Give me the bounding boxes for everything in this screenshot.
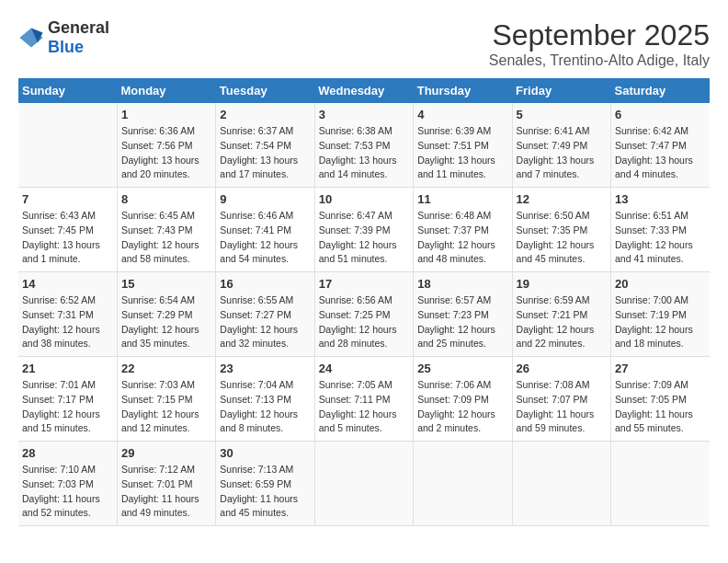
main-title: September 2025 [489, 18, 710, 52]
cell-info: Sunrise: 6:45 AMSunset: 7:43 PMDaylight:… [121, 209, 211, 267]
week-row-4: 21Sunrise: 7:01 AMSunset: 7:17 PMDayligh… [18, 357, 710, 442]
cell-5-1: 28Sunrise: 7:10 AMSunset: 7:03 PMDayligh… [18, 442, 117, 526]
cell-4-3: 23Sunrise: 7:04 AMSunset: 7:13 PMDayligh… [216, 357, 314, 442]
cell-4-1: 21Sunrise: 7:01 AMSunset: 7:17 PMDayligh… [18, 357, 117, 442]
day-number: 11 [417, 192, 507, 206]
cell-5-7 [611, 442, 710, 526]
day-number: 17 [319, 277, 409, 291]
day-number: 7 [22, 192, 113, 206]
day-number: 5 [517, 108, 607, 121]
cell-info: Sunrise: 7:06 AMSunset: 7:09 PMDaylight:… [417, 378, 507, 436]
cell-1-7: 6Sunrise: 6:42 AMSunset: 7:47 PMDaylight… [611, 103, 710, 188]
cell-info: Sunrise: 7:08 AMSunset: 7:07 PMDaylight:… [517, 378, 607, 436]
cell-2-2: 8Sunrise: 6:45 AMSunset: 7:43 PMDaylight… [117, 188, 215, 272]
cell-info: Sunrise: 6:56 AMSunset: 7:25 PMDaylight:… [319, 293, 409, 351]
cell-3-6: 19Sunrise: 6:59 AMSunset: 7:21 PMDayligh… [512, 272, 610, 357]
cell-1-6: 5Sunrise: 6:41 AMSunset: 7:49 PMDaylight… [512, 103, 610, 188]
day-number: 8 [121, 192, 211, 206]
cell-5-4 [314, 442, 413, 526]
cell-2-7: 13Sunrise: 6:51 AMSunset: 7:33 PMDayligh… [611, 188, 710, 272]
day-number: 9 [220, 192, 310, 206]
cell-3-1: 14Sunrise: 6:52 AMSunset: 7:31 PMDayligh… [18, 272, 117, 357]
day-number: 3 [319, 108, 409, 121]
day-number: 15 [121, 277, 211, 291]
cell-info: Sunrise: 7:03 AMSunset: 7:15 PMDaylight:… [121, 378, 211, 436]
day-number: 24 [319, 362, 409, 375]
cell-info: Sunrise: 6:50 AMSunset: 7:35 PMDaylight:… [517, 209, 607, 267]
cell-4-2: 22Sunrise: 7:03 AMSunset: 7:15 PMDayligh… [117, 357, 215, 442]
cell-1-4: 3Sunrise: 6:38 AMSunset: 7:53 PMDaylight… [314, 103, 413, 188]
cell-5-6 [512, 442, 610, 526]
cell-info: Sunrise: 6:57 AMSunset: 7:23 PMDaylight:… [417, 293, 507, 351]
week-row-2: 7Sunrise: 6:43 AMSunset: 7:45 PMDaylight… [18, 188, 710, 272]
day-number: 23 [220, 362, 310, 375]
day-number: 4 [417, 108, 507, 121]
cell-2-4: 10Sunrise: 6:47 AMSunset: 7:39 PMDayligh… [314, 188, 413, 272]
header-friday: Friday [512, 78, 610, 103]
cell-5-3: 30Sunrise: 7:13 AMSunset: 6:59 PMDayligh… [216, 442, 314, 526]
logo-icon [18, 25, 44, 51]
cell-info: Sunrise: 6:37 AMSunset: 7:54 PMDaylight:… [220, 124, 310, 182]
week-row-3: 14Sunrise: 6:52 AMSunset: 7:31 PMDayligh… [18, 272, 710, 357]
cell-3-3: 16Sunrise: 6:55 AMSunset: 7:27 PMDayligh… [216, 272, 314, 357]
header-wednesday: Wednesday [314, 78, 413, 103]
cell-5-5 [414, 442, 512, 526]
cell-info: Sunrise: 6:42 AMSunset: 7:47 PMDaylight:… [615, 124, 706, 182]
cell-info: Sunrise: 6:55 AMSunset: 7:27 PMDaylight:… [220, 293, 310, 351]
cell-info: Sunrise: 6:54 AMSunset: 7:29 PMDaylight:… [121, 293, 211, 351]
day-number: 2 [220, 108, 310, 121]
cell-2-5: 11Sunrise: 6:48 AMSunset: 7:37 PMDayligh… [414, 188, 512, 272]
logo-general: General [48, 18, 109, 37]
cell-info: Sunrise: 6:43 AMSunset: 7:45 PMDaylight:… [22, 209, 113, 267]
header-monday: Monday [117, 78, 215, 103]
cell-info: Sunrise: 7:00 AMSunset: 7:19 PMDaylight:… [615, 293, 706, 351]
logo-blue: Blue [48, 38, 84, 56]
cell-info: Sunrise: 6:46 AMSunset: 7:41 PMDaylight:… [220, 209, 310, 267]
day-number: 28 [22, 446, 113, 460]
cell-1-5: 4Sunrise: 6:39 AMSunset: 7:51 PMDaylight… [414, 103, 512, 188]
day-number: 10 [319, 192, 409, 206]
logo-text: General Blue [48, 18, 109, 57]
cell-info: Sunrise: 7:13 AMSunset: 6:59 PMDaylight:… [220, 463, 310, 521]
subtitle: Senales, Trentino-Alto Adige, Italy [489, 52, 710, 69]
cell-info: Sunrise: 6:47 AMSunset: 7:39 PMDaylight:… [319, 209, 409, 267]
cell-info: Sunrise: 7:09 AMSunset: 7:05 PMDaylight:… [615, 378, 706, 436]
cell-4-7: 27Sunrise: 7:09 AMSunset: 7:05 PMDayligh… [611, 357, 710, 442]
cell-info: Sunrise: 6:41 AMSunset: 7:49 PMDaylight:… [517, 124, 607, 182]
header-row: SundayMondayTuesdayWednesdayThursdayFrid… [18, 78, 710, 103]
cell-info: Sunrise: 7:10 AMSunset: 7:03 PMDaylight:… [22, 463, 113, 521]
day-number: 29 [121, 446, 211, 460]
cell-2-6: 12Sunrise: 6:50 AMSunset: 7:35 PMDayligh… [512, 188, 610, 272]
cell-3-5: 18Sunrise: 6:57 AMSunset: 7:23 PMDayligh… [414, 272, 512, 357]
day-number: 19 [517, 277, 607, 291]
cell-info: Sunrise: 6:48 AMSunset: 7:37 PMDaylight:… [417, 209, 507, 267]
cell-2-3: 9Sunrise: 6:46 AMSunset: 7:41 PMDaylight… [216, 188, 314, 272]
cell-1-2: 1Sunrise: 6:36 AMSunset: 7:56 PMDaylight… [117, 103, 215, 188]
cell-info: Sunrise: 6:59 AMSunset: 7:21 PMDaylight:… [517, 293, 607, 351]
week-row-5: 28Sunrise: 7:10 AMSunset: 7:03 PMDayligh… [18, 442, 710, 526]
week-row-1: 1Sunrise: 6:36 AMSunset: 7:56 PMDaylight… [18, 103, 710, 188]
page-header: General Blue September 2025 Senales, Tre… [18, 18, 710, 69]
header-sunday: Sunday [18, 78, 117, 103]
cell-1-3: 2Sunrise: 6:37 AMSunset: 7:54 PMDaylight… [216, 103, 314, 188]
cell-info: Sunrise: 7:05 AMSunset: 7:11 PMDaylight:… [319, 378, 409, 436]
cell-3-4: 17Sunrise: 6:56 AMSunset: 7:25 PMDayligh… [314, 272, 413, 357]
day-number: 18 [417, 277, 507, 291]
day-number: 25 [417, 362, 507, 375]
cell-3-2: 15Sunrise: 6:54 AMSunset: 7:29 PMDayligh… [117, 272, 215, 357]
day-number: 22 [121, 362, 211, 375]
cell-4-6: 26Sunrise: 7:08 AMSunset: 7:07 PMDayligh… [512, 357, 610, 442]
logo: General Blue [18, 18, 109, 57]
cell-info: Sunrise: 6:51 AMSunset: 7:33 PMDaylight:… [615, 209, 706, 267]
cell-info: Sunrise: 7:12 AMSunset: 7:01 PMDaylight:… [121, 463, 211, 521]
calendar-table: SundayMondayTuesdayWednesdayThursdayFrid… [18, 78, 710, 526]
cell-info: Sunrise: 7:04 AMSunset: 7:13 PMDaylight:… [220, 378, 310, 436]
day-number: 27 [615, 362, 706, 375]
cell-4-4: 24Sunrise: 7:05 AMSunset: 7:11 PMDayligh… [314, 357, 413, 442]
day-number: 13 [615, 192, 706, 206]
cell-3-7: 20Sunrise: 7:00 AMSunset: 7:19 PMDayligh… [611, 272, 710, 357]
cell-info: Sunrise: 6:36 AMSunset: 7:56 PMDaylight:… [121, 124, 211, 182]
header-saturday: Saturday [611, 78, 710, 103]
day-number: 12 [517, 192, 607, 206]
day-number: 26 [517, 362, 607, 375]
